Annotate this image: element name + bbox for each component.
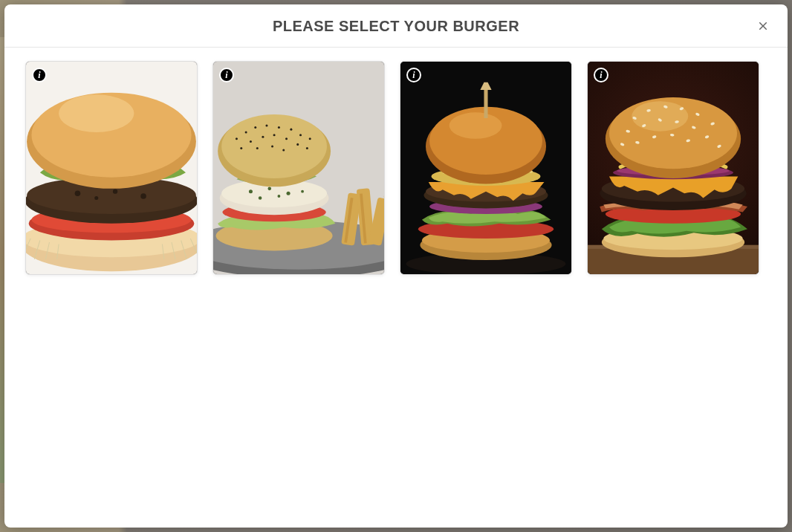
- svg-point-38: [278, 126, 280, 129]
- burger-card[interactable]: i: [400, 61, 572, 275]
- svg-point-52: [309, 137, 311, 140]
- svg-point-44: [285, 137, 288, 140]
- card-body: Turkey Burgers $15.00: [213, 274, 384, 275]
- svg-point-27: [249, 189, 253, 193]
- svg-point-30: [301, 190, 304, 193]
- svg-point-40: [299, 134, 302, 136]
- svg-point-41: [250, 140, 252, 143]
- svg-point-28: [267, 187, 271, 191]
- svg-point-48: [271, 145, 273, 147]
- card-body: Veggie Burger $12.00: [26, 274, 197, 275]
- burger-image: [26, 62, 197, 274]
- svg-point-7: [75, 190, 81, 196]
- burger-image: [400, 62, 571, 274]
- svg-point-46: [240, 147, 242, 149]
- svg-point-36: [254, 126, 256, 129]
- card-body: Beef Burger $18.00: [588, 274, 759, 275]
- svg-point-49: [282, 149, 285, 151]
- svg-point-78: [632, 101, 688, 132]
- svg-point-45: [296, 143, 299, 146]
- info-icon[interactable]: i: [406, 68, 421, 82]
- svg-point-9: [140, 193, 146, 199]
- svg-point-50: [306, 147, 308, 149]
- burger-image: [213, 62, 384, 274]
- burger-card[interactable]: i: [25, 61, 198, 275]
- card-body: Hawaiian Burger $19.50: [400, 274, 571, 275]
- svg-point-8: [113, 189, 117, 194]
- svg-point-31: [259, 196, 262, 200]
- svg-point-47: [256, 147, 259, 149]
- svg-point-10: [94, 196, 98, 200]
- burger-image: [588, 62, 759, 274]
- svg-point-43: [273, 134, 276, 136]
- svg-point-42: [262, 136, 264, 138]
- svg-point-39: [290, 129, 292, 131]
- burger-card[interactable]: i: [587, 61, 759, 275]
- svg-point-29: [287, 192, 290, 195]
- info-icon[interactable]: i: [32, 68, 47, 82]
- close-icon: [756, 19, 770, 33]
- svg-point-34: [221, 114, 327, 178]
- svg-point-64: [449, 112, 502, 138]
- modal-body: i: [4, 48, 788, 528]
- info-icon[interactable]: i: [219, 68, 234, 82]
- svg-rect-65: [484, 90, 487, 118]
- svg-point-32: [278, 195, 281, 198]
- burger-card[interactable]: i: [212, 61, 385, 275]
- svg-point-13: [59, 94, 134, 132]
- close-button[interactable]: [753, 16, 773, 38]
- burger-select-modal: PLEASE SELECT YOUR BURGER i: [4, 4, 788, 528]
- info-icon[interactable]: i: [594, 68, 608, 82]
- burger-cards-grid: i: [25, 61, 767, 275]
- svg-point-37: [265, 125, 267, 127]
- modal-header: PLEASE SELECT YOUR BURGER: [4, 4, 788, 48]
- modal-title: PLEASE SELECT YOUR BURGER: [22, 18, 770, 35]
- svg-point-51: [236, 137, 238, 140]
- svg-point-35: [245, 131, 247, 133]
